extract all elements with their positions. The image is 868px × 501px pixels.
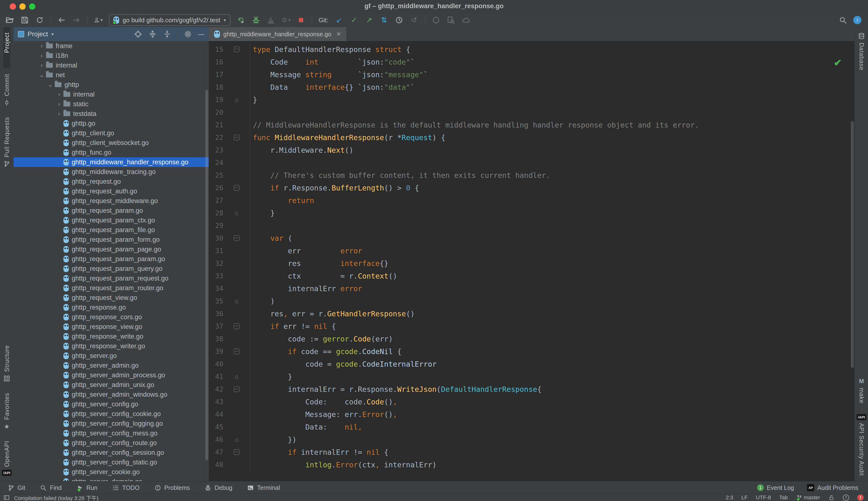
fold-start-icon[interactable] xyxy=(234,349,240,354)
code-line-39[interactable]: 39 if code == gcode.CodeNil { xyxy=(209,345,855,358)
collapse-all-icon[interactable] xyxy=(163,30,171,39)
code-line-42[interactable]: 42 internalErr = r.Response.WriteJson(De… xyxy=(209,383,855,395)
code-line-28[interactable]: 28⌂ } xyxy=(209,207,855,219)
tree-file-ghttp_server_admin.go[interactable]: ghttp_server_admin.go xyxy=(13,361,209,370)
tree-file-ghttp_response_cors.go[interactable]: ghttp_response_cors.go xyxy=(13,312,209,322)
tree-file-ghttp_request_param_form.go[interactable]: ghttp_request_param_form.go xyxy=(13,235,209,244)
tree-file-ghttp_server_config_logging.go[interactable]: ghttp_server_config_logging.go xyxy=(13,419,209,428)
open-folder-icon[interactable] xyxy=(5,16,14,24)
tool-tab-project[interactable]: Project xyxy=(3,27,10,68)
tree-file-ghttp_request_param_router.go[interactable]: ghttp_request_param_router.go xyxy=(13,283,209,293)
code-line-48[interactable]: 48 intlog.Error(ctx, internalErr) xyxy=(209,458,855,471)
help-icon[interactable]: ? xyxy=(843,494,849,501)
tree-file-ghttp_request_auth.go[interactable]: ghttp_request_auth.go xyxy=(13,186,209,196)
toolwindow-button-problems[interactable]: Problems xyxy=(154,484,190,491)
code-line-37[interactable]: 37 if err != nil { xyxy=(209,320,855,332)
tree-file-ghttp_server_config_cookie.go[interactable]: ghttp_server_config_cookie.go xyxy=(13,409,209,419)
status-message[interactable]: Compilation failed (today 3:26 下午) xyxy=(14,494,98,501)
tree-file-ghttp_request_param_file.go[interactable]: ghttp_request_param_file.go xyxy=(13,225,209,235)
code-line-34[interactable]: 34 internalErr error xyxy=(209,282,855,295)
fold-start-icon[interactable] xyxy=(234,449,240,455)
tree-folder-testdata[interactable]: ›testdata xyxy=(13,109,209,119)
fold-end-icon[interactable]: ⌂ xyxy=(235,436,239,443)
git-update-icon[interactable]: ↙ xyxy=(335,16,343,24)
code-line-21[interactable]: 21// MiddlewareHandlerResponse is the de… xyxy=(209,119,855,131)
chevron-down-icon[interactable]: ▾ xyxy=(101,18,103,22)
code-area[interactable]: 15type DefaultHandlerResponse struct {16… xyxy=(209,41,855,481)
code-line-46[interactable]: 46⌂ }) xyxy=(209,433,855,446)
git-commit-icon[interactable]: ✓ xyxy=(350,16,358,24)
tree-file-ghttp_middleware_handler_response.go[interactable]: ghttp_middleware_handler_response.go xyxy=(13,157,209,167)
tree-file-ghttp_request.go[interactable]: ghttp_request.go xyxy=(13,177,209,186)
tree-file-ghttp_server_config_session.go[interactable]: ghttp_server_config_session.go xyxy=(13,448,209,457)
tree-file-ghttp_client.go[interactable]: ghttp_client.go xyxy=(13,128,209,138)
tree-file-ghttp_server_config_mess.go[interactable]: ghttp_server_config_mess.go xyxy=(13,428,209,438)
toolwindow-button-run[interactable]: Run xyxy=(76,484,97,491)
code-line-45[interactable]: 45 Data: nil, xyxy=(209,420,855,433)
tree-file-ghttp_server_admin_windows.go[interactable]: ghttp_server_admin_windows.go xyxy=(13,390,209,399)
locate-icon[interactable] xyxy=(134,30,143,39)
status-line-ending[interactable]: LF xyxy=(741,494,747,501)
tree-folder-i18n[interactable]: ›i18n xyxy=(13,51,209,61)
code-line-19[interactable]: 19⌂} xyxy=(209,94,855,106)
status-indent[interactable]: Tab xyxy=(779,494,787,501)
chevron-down-icon[interactable]: ⌄ xyxy=(37,72,46,78)
history-icon[interactable] xyxy=(395,16,404,24)
tree-folder-internal[interactable]: ›internal xyxy=(13,89,209,99)
code-line-29[interactable]: 29 xyxy=(209,219,855,232)
tool-tab-commit[interactable]: Commit xyxy=(3,68,10,111)
debug-icon[interactable] xyxy=(252,16,260,24)
tree-folder-net[interactable]: ⌄net xyxy=(13,70,209,80)
tool-tab-structure[interactable]: Structure xyxy=(3,340,10,387)
tree-file-ghttp_server_config.go[interactable]: ghttp_server_config.go xyxy=(13,399,209,409)
git-branch-widget[interactable]: master xyxy=(796,494,820,501)
update-available-icon[interactable]: ↑ xyxy=(853,16,862,24)
code-line-18[interactable]: 18 Data interface{} `json:"data"` xyxy=(209,81,855,94)
code-line-16[interactable]: 16 Code int `json:"code"` xyxy=(209,56,855,68)
toolwindow-button-audit-problems[interactable]: APAudit Problems xyxy=(807,484,858,491)
code-line-31[interactable]: 31 err error xyxy=(209,244,855,257)
chevron-right-icon[interactable]: › xyxy=(55,110,63,117)
fold-start-icon[interactable] xyxy=(234,386,240,392)
tree-file-ghttp_func.go[interactable]: ghttp_func.go xyxy=(13,148,209,157)
search-icon[interactable] xyxy=(838,16,847,24)
code-line-47[interactable]: 47 if internalErr != nil { xyxy=(209,446,855,458)
toolwindow-button-find[interactable]: Find xyxy=(40,484,62,491)
sync-icon[interactable] xyxy=(35,16,44,24)
tree-folder-static[interactable]: ›static xyxy=(13,99,209,109)
tree-file-ghttp_server_config_route.go[interactable]: ghttp_server_config_route.go xyxy=(13,438,209,448)
tool-tab-favorites[interactable]: Favorites★ xyxy=(3,387,10,435)
tree-file-ghttp_server_admin_unix.go[interactable]: ghttp_server_admin_unix.go xyxy=(13,380,209,390)
fold-start-icon[interactable] xyxy=(234,185,240,191)
tree-file-ghttp_client_websocket.go[interactable]: ghttp_client_websocket.go xyxy=(13,138,209,148)
tool-tab-pull-requests[interactable]: Pull Requests xyxy=(3,111,10,173)
tree-file-ghttp_request_view.go[interactable]: ghttp_request_view.go xyxy=(13,293,209,302)
hide-icon[interactable]: — xyxy=(198,31,205,37)
code-line-30[interactable]: 30 var ( xyxy=(209,232,855,244)
code-line-32[interactable]: 32 res interface{} xyxy=(209,257,855,270)
toolwindow-button-event-log[interactable]: 1Event Log xyxy=(757,484,794,491)
chevron-right-icon[interactable]: › xyxy=(55,101,63,107)
fold-end-icon[interactable]: ⌂ xyxy=(235,97,239,103)
stop-icon[interactable] xyxy=(297,16,305,24)
tree-file-ghttp_response_writer.go[interactable]: ghttp_response_writer.go xyxy=(13,341,209,351)
fold-end-icon[interactable]: ⌂ xyxy=(235,373,239,380)
toolwindow-button-git[interactable]: Git xyxy=(7,484,25,491)
inspection-ok-icon[interactable]: ✔ xyxy=(834,57,842,68)
fold-start-icon[interactable] xyxy=(234,323,240,329)
code-line-44[interactable]: 44 Message: err.Error(), xyxy=(209,408,855,420)
fold-start-icon[interactable] xyxy=(234,235,240,241)
tree-file-ghttp_middleware_tracing.go[interactable]: ghttp_middleware_tracing.go xyxy=(13,167,209,177)
tool-tab-api-security-audit[interactable]: /APIAPI Security Audit xyxy=(857,409,866,481)
project-scrollbar[interactable] xyxy=(205,90,208,460)
tree-file-ghttp_request_param_query.go[interactable]: ghttp_request_param_query.go xyxy=(13,264,209,274)
tool-tab-make[interactable]: Mmake xyxy=(858,372,865,409)
editor-tab[interactable]: ghttp_middleware_handler_response.go ✕ xyxy=(209,27,346,41)
tree-file-ghttp_response.go[interactable]: ghttp_response.go xyxy=(13,302,209,312)
code-line-43[interactable]: 43 Code: code.Code(), xyxy=(209,395,855,408)
code-line-26[interactable]: 26 if r.Response.BufferLength() > 0 { xyxy=(209,182,855,194)
tree-folder-internal[interactable]: ›internal xyxy=(13,61,209,70)
toolwindow-layout-icon[interactable] xyxy=(3,494,10,501)
code-line-41[interactable]: 41⌂ } xyxy=(209,370,855,383)
back-icon[interactable] xyxy=(57,16,66,24)
